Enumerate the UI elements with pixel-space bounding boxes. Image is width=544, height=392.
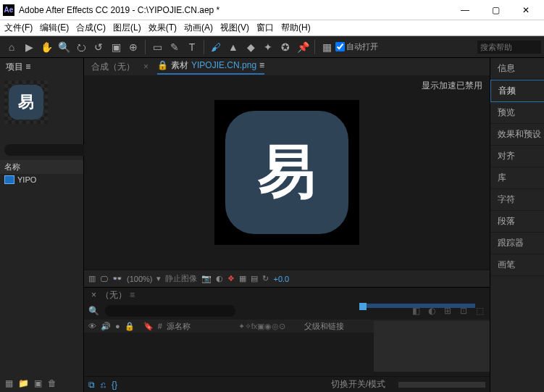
menu-layer[interactable]: 图层(L): [113, 22, 141, 34]
puppet-tool-icon[interactable]: ✪: [277, 39, 293, 55]
lock-col-icon[interactable]: 🔒: [125, 322, 135, 331]
pen-tool-icon[interactable]: ✎: [167, 39, 183, 55]
autoopen-input[interactable]: [335, 42, 345, 51]
panel-audio[interactable]: 音频≡: [490, 80, 544, 102]
preview-mini: [374, 321, 490, 372]
maximize-button[interactable]: ▢: [480, 0, 511, 20]
tab-footage[interactable]: 🔒 素材 YIPOJIE.CN.png ≡: [157, 59, 264, 75]
timeline-search-icon: 🔍: [88, 306, 99, 316]
tl-link-icon[interactable]: ⧉: [88, 380, 95, 390]
menu-animation[interactable]: 动画(A): [184, 22, 213, 34]
guides-icon[interactable]: ▤: [251, 274, 258, 283]
panel-brush[interactable]: 画笔: [490, 254, 544, 276]
eye-col-icon[interactable]: 👁: [88, 322, 96, 330]
home-icon[interactable]: ⌂: [4, 39, 20, 55]
work-area[interactable]: [359, 304, 475, 308]
menu-file[interactable]: 文件(F): [4, 22, 33, 34]
solo-col-icon[interactable]: ●: [115, 322, 120, 330]
lock-icon: 🔒: [157, 60, 168, 70]
brush-tool-icon[interactable]: 🖌: [208, 39, 224, 55]
text-tool-icon[interactable]: T: [184, 39, 200, 55]
preview-glyph: 易: [225, 111, 348, 234]
rectangle-tool-icon[interactable]: ▭: [149, 39, 165, 55]
help-search-input[interactable]: [480, 43, 538, 51]
camera-tool-icon[interactable]: ▣: [108, 39, 124, 55]
goggles-icon[interactable]: 👓: [112, 274, 122, 283]
panel-info[interactable]: 信息: [490, 58, 544, 80]
acceleration-message: 显示加速已禁用: [422, 80, 482, 92]
panel-preview[interactable]: 预览: [490, 102, 544, 124]
menubar: 文件(F) 编辑(E) 合成(C) 图层(L) 效果(T) 动画(A) 视图(V…: [0, 20, 544, 36]
panel-library[interactable]: 库: [490, 167, 544, 189]
tl-icon-5[interactable]: ⬚: [474, 305, 485, 317]
autoopen-checkbox[interactable]: 自动打开: [335, 41, 378, 52]
exposure-value[interactable]: +0.0: [273, 275, 289, 283]
roto-tool-icon[interactable]: ✦: [260, 39, 276, 55]
window-title: Adobe After Effects CC 2019 - C:\YIPOJIE…: [19, 5, 219, 15]
thumbnail-glyph: 易: [9, 85, 43, 120]
timeline-search-input[interactable]: [105, 305, 235, 317]
menu-window[interactable]: 窗口: [256, 22, 274, 34]
menu-edit[interactable]: 编辑(E): [40, 22, 69, 34]
timeline-zoom-slider[interactable]: [398, 382, 485, 388]
timeline-close-icon[interactable]: ×: [91, 290, 96, 300]
project-thumbnail: 易: [4, 80, 48, 124]
tab-composition[interactable]: 合成（无）: [91, 61, 135, 73]
menu-effect[interactable]: 效果(T): [148, 22, 177, 34]
zoom-tool-icon[interactable]: 🔍: [56, 39, 72, 55]
footage-preview[interactable]: 易: [214, 100, 359, 245]
bin-comp-icon[interactable]: ▣: [32, 378, 43, 389]
bin-folder-icon[interactable]: 📁: [17, 378, 29, 389]
toolbar-divider: [145, 40, 146, 54]
channels-icon[interactable]: ❖: [227, 274, 235, 283]
pin-tool-icon[interactable]: 📌: [295, 39, 311, 55]
clone-tool-icon[interactable]: ▲: [225, 39, 241, 55]
project-name-header[interactable]: 名称: [0, 160, 83, 174]
playhead-icon[interactable]: [359, 303, 367, 310]
close-button[interactable]: ✕: [511, 0, 541, 20]
menu-view[interactable]: 视图(V): [220, 22, 249, 34]
panel-effects[interactable]: 效果和预设: [490, 124, 544, 146]
selection-tool-icon[interactable]: ▶: [21, 39, 37, 55]
time-ruler[interactable]: [359, 302, 475, 309]
refresh-icon[interactable]: ↻: [262, 274, 269, 283]
panel-character[interactable]: 字符: [490, 189, 544, 211]
rotation-tool-icon[interactable]: ↺: [91, 39, 106, 55]
footage-filename: YIPOJIE.CN.png: [191, 60, 256, 70]
toggle-switches[interactable]: 切换开关/模式: [331, 378, 385, 391]
project-item[interactable]: YIPO: [0, 174, 83, 185]
footage-icon: [4, 175, 14, 184]
hand-tool-icon[interactable]: ✋: [38, 39, 54, 55]
mag-icon[interactable]: ▥: [88, 274, 96, 283]
orbit-tool-icon[interactable]: ⭮: [73, 39, 89, 55]
zoom-level[interactable]: (100%): [127, 275, 152, 283]
project-item-label: YIPO: [17, 175, 36, 184]
col-source[interactable]: 源名称: [167, 321, 191, 332]
eraser-tool-icon[interactable]: ◆: [243, 39, 259, 55]
col-parent[interactable]: 父级和链接: [304, 321, 344, 332]
anchor-tool-icon[interactable]: ⊕: [125, 39, 141, 55]
timeline-title[interactable]: （无）: [101, 289, 127, 301]
panel-align[interactable]: 对齐: [490, 146, 544, 167]
audio-col-icon[interactable]: 🔊: [101, 322, 111, 331]
transparency-icon[interactable]: ◐: [216, 274, 223, 283]
bin-8bpc-icon[interactable]: ▦: [3, 378, 14, 389]
toolbar-divider: [314, 40, 315, 54]
panel-paragraph[interactable]: 段落: [490, 211, 544, 233]
dropdown-icon[interactable]: ▾: [156, 274, 161, 283]
tl-braces-icon[interactable]: {}: [112, 380, 117, 390]
minimize-button[interactable]: —: [450, 0, 480, 20]
tl-branch-icon[interactable]: ⎌: [101, 380, 106, 390]
panel-tracker[interactable]: 跟踪器: [490, 233, 544, 254]
menu-help[interactable]: 帮助(H): [281, 22, 311, 34]
grid-icon[interactable]: ▦: [239, 274, 246, 283]
help-search[interactable]: [477, 41, 541, 54]
menu-composition[interactable]: 合成(C): [76, 22, 106, 34]
toolbar-divider: [204, 40, 204, 54]
snap-icon[interactable]: ▦: [319, 39, 335, 55]
project-panel-tab[interactable]: 项目 ≡: [0, 58, 83, 76]
app-icon: Ae: [3, 4, 14, 16]
monitor-icon[interactable]: 🖵: [100, 275, 108, 283]
bin-trash-icon[interactable]: 🗑: [46, 378, 58, 389]
camera-icon[interactable]: 📷: [201, 274, 212, 283]
